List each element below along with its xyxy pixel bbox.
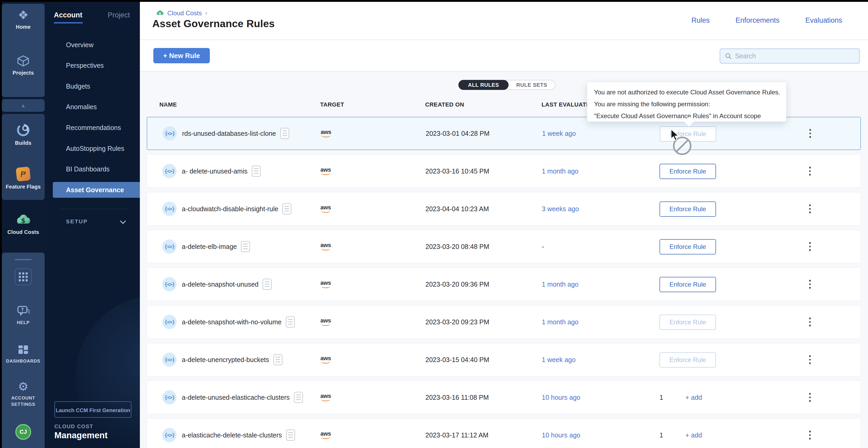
breadcrumb[interactable]: $ Cloud Costs › (156, 9, 207, 17)
setup-section-toggle[interactable]: SETUP (46, 215, 140, 228)
breadcrumb-link[interactable]: Cloud Costs (167, 9, 202, 17)
copy-icon[interactable] (241, 241, 250, 252)
rule-icon: {<>} (162, 193, 177, 225)
last-evaluation-link[interactable]: 1 month ago (542, 268, 579, 301)
cloud-dollar-icon: $ (15, 214, 31, 226)
tab-account[interactable]: Account (54, 11, 82, 19)
copy-icon[interactable] (286, 316, 295, 328)
row-menu-button[interactable] (807, 193, 813, 225)
module-switcher-button[interactable] (15, 269, 32, 285)
enforce-rule-button: Enforce Rule (659, 315, 716, 330)
rule-icon: {<>} (162, 306, 177, 338)
last-evaluation-link[interactable]: 10 hours ago (542, 419, 580, 448)
row-menu-button[interactable] (807, 230, 813, 263)
sidebar-item-dashboards[interactable]: DASHBOARDS (0, 344, 46, 365)
last-evaluation-link[interactable]: 1 week ago (542, 117, 576, 149)
last-evaluation-link[interactable]: 3 weeks ago (542, 193, 579, 225)
rule-name: a-delete-unused-elasticache-clusters (182, 381, 303, 414)
tab-project[interactable]: Project (108, 11, 130, 19)
tooltip-line: You are missing the following permission… (594, 98, 779, 110)
sidebar-item-cloud-costs[interactable]: $ Cloud Costs (0, 214, 46, 235)
enforcement-count: 1 (659, 381, 663, 414)
copy-icon[interactable] (273, 354, 282, 365)
copy-icon[interactable] (294, 392, 303, 403)
sidebar-item-account-settings[interactable]: ⚙ ACCOUNT SETTINGS (0, 381, 46, 408)
svg-text:$: $ (159, 11, 161, 15)
last-evaluation-link[interactable]: 10 hours ago (542, 381, 580, 414)
rule-icon: {<>} (162, 381, 177, 414)
row-menu-button[interactable] (807, 155, 813, 187)
sidebar-item-feature-flags[interactable]: Feature Flags (0, 167, 46, 190)
rules-view-toggle[interactable]: ALL RULES RULE SETS (458, 80, 556, 90)
copy-icon[interactable] (252, 166, 261, 177)
enforce-rule-button[interactable]: Enforce Rule (659, 239, 716, 254)
nav-item-overview[interactable]: Overview (46, 37, 140, 53)
nav-item-asset-governance[interactable]: Asset Governance (53, 182, 140, 198)
row-menu-button[interactable] (808, 117, 813, 149)
add-enforcement-link[interactable]: + add (685, 381, 702, 414)
sidebar-item-projects[interactable]: Projects (0, 55, 46, 76)
created-on-cell: 2023-03-16 10:45 PM (426, 155, 489, 187)
nav-item-perspectives[interactable]: Perspectives (46, 58, 140, 74)
table-row[interactable]: {<>} a-elasticache-delete-stale-clusters… (147, 418, 861, 448)
table-rows: {<>} rds-unused-databases-list-clone aws… (147, 117, 861, 448)
enforce-rule-button[interactable]: Enforce Rule (659, 277, 716, 292)
nav-item-autostopping-rules[interactable]: AutoStopping Rules (46, 141, 140, 157)
search-input[interactable] (735, 52, 851, 60)
module-rail: ▲ ❖ Home Projects Builds Feature Flags $… (0, 0, 46, 448)
row-menu-button[interactable] (807, 419, 813, 448)
sidebar-item-builds[interactable]: Builds (0, 123, 46, 146)
table-row[interactable]: {<>} a- delete-unused-amis aws 2023-03-1… (147, 154, 861, 188)
created-on-cell: 2023-03-01 04:28 PM (426, 117, 490, 149)
grid-icon (19, 272, 28, 281)
copy-icon[interactable] (280, 128, 289, 139)
table-row[interactable]: {<>} a-delete-elb-image aws 2023-03-20 0… (147, 230, 861, 263)
last-evaluation-link[interactable]: 1 month ago (542, 306, 579, 338)
launch-ccm-first-gen-button[interactable]: Launch CCM First Generation (54, 401, 131, 418)
last-evaluation-link[interactable]: 1 week ago (542, 343, 576, 376)
last-evaluation-link[interactable]: 1 month ago (542, 155, 579, 187)
table-row[interactable]: {<>} a-cloudwatch-disable-insight-rule a… (147, 192, 861, 226)
enforce-rule-button[interactable]: Enforce Rule (659, 164, 716, 179)
add-enforcement-link[interactable]: + add (685, 419, 702, 448)
new-rule-button[interactable]: + New Rule (153, 48, 210, 63)
sidebar-item-home[interactable]: ❖ Home (0, 9, 46, 30)
copy-icon[interactable] (282, 203, 291, 214)
header-link-evaluations[interactable]: Evaluations (805, 16, 842, 25)
tooltip-lines: You are not authorized to execute Cloud … (594, 86, 779, 122)
toggle-rule-sets[interactable]: RULE SETS (508, 80, 555, 90)
rule-icon: {<>} (162, 268, 177, 301)
user-avatar[interactable]: CJ (15, 424, 31, 440)
enforce-rule-button[interactable]: Enforce Rule (659, 202, 716, 217)
row-menu-button[interactable] (807, 268, 813, 301)
search-box[interactable] (720, 48, 860, 64)
cube-icon (17, 55, 30, 67)
header-link-rules[interactable]: Rules (691, 16, 710, 25)
page-title: Asset Governance Rules (152, 18, 275, 30)
created-on-cell: 2023-04-04 10:23 AM (426, 193, 489, 225)
copy-icon[interactable] (286, 429, 295, 441)
rail-collapse-button[interactable]: ▲ (2, 99, 44, 112)
nav-item-recommendations[interactable]: Recommendations (46, 120, 140, 136)
table-row[interactable]: {<>} a-delete-snapshot-unused aws 2023-0… (147, 268, 861, 301)
table-row[interactable]: {<>} a-delete-unused-elasticache-cluster… (147, 381, 861, 414)
copy-icon[interactable] (262, 279, 272, 290)
sidebar-item-help[interactable]: ? HELP (0, 305, 46, 326)
header-link-enforcements[interactable]: Enforcements (736, 16, 780, 25)
row-menu-button[interactable] (807, 381, 813, 414)
aws-target-icon: aws (320, 155, 331, 187)
row-menu-button[interactable] (807, 343, 813, 376)
row-menu-button[interactable] (807, 306, 813, 338)
created-on-cell: 2023-03-17 11:12 AM (426, 419, 489, 448)
table-row[interactable]: {<>} a-delete-snapshot-with-no-volume aw… (147, 305, 861, 339)
nav-item-budgets[interactable]: Budgets (46, 78, 140, 94)
table-row[interactable]: {<>} a-delete-unencrypted-buckets aws 20… (147, 343, 861, 376)
gear-icon: ⚙ (18, 381, 28, 392)
created-on-cell: 2023-03-20 09:36 PM (426, 268, 489, 301)
svg-text:?: ? (21, 307, 24, 312)
rule-name: a- delete-unused-amis (182, 155, 261, 187)
toggle-all-rules[interactable]: ALL RULES (458, 80, 508, 90)
nav-item-anomalies[interactable]: Anomalies (46, 99, 140, 115)
sort-desc-icon[interactable]: ▼ (163, 101, 167, 106)
nav-item-bi-dashboards[interactable]: BI Dashboards (46, 161, 140, 177)
